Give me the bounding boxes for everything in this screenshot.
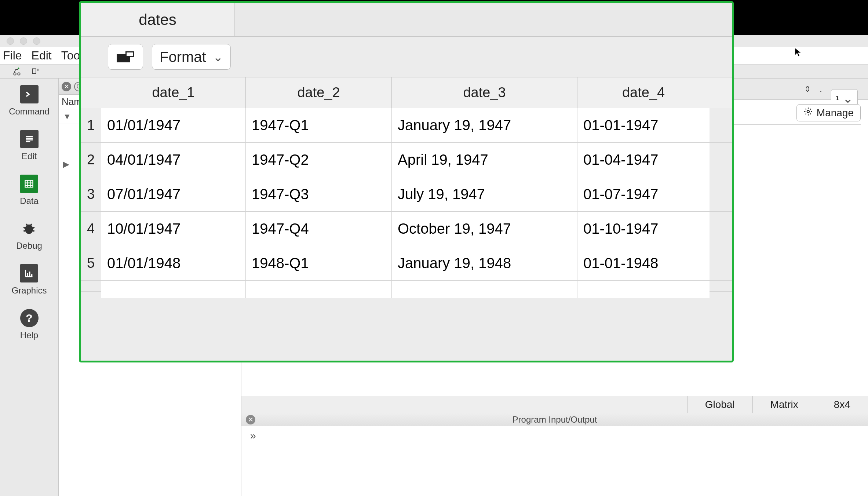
grid-body: 1 01/01/1947 1947-Q1 January 19, 1947 01… [81,108,732,292]
terminal-icon [20,85,39,103]
format-label: Format [160,49,206,65]
nav-graphics-label: Graphics [11,285,47,296]
cell[interactable]: 1947-Q2 [246,143,392,177]
cell[interactable] [577,281,710,298]
cell[interactable]: 1948-Q1 [246,246,392,280]
toolbar-icon-2[interactable] [31,66,41,77]
window-zoom-dot[interactable] [33,37,40,45]
cell[interactable]: 01-04-1947 [577,143,710,177]
cell[interactable]: 04/01/1947 [101,143,246,177]
toolbar-dot: . [820,83,822,95]
row-number: 2 [81,143,101,177]
col-header-3[interactable]: date_3 [392,77,577,108]
toolbar-icon-1[interactable] [12,66,22,77]
viewer-toolbar: Format ⌄ [81,37,732,77]
viewer-tabs: dates [81,3,732,37]
cell[interactable]: 01/01/1948 [101,246,246,280]
io-header: ✕ Program Input/Output [241,413,868,426]
help-icon: ? [20,309,39,327]
sort-stepper-icon[interactable]: ⇕ [804,84,811,94]
col-header-2[interactable]: date_2 [246,77,392,108]
table-row[interactable]: 2 04/01/1947 1947-Q2 April 19, 1947 01-0… [81,143,732,177]
nav-data[interactable]: Data [20,175,39,206]
io-title: Program Input/Output [513,415,597,425]
nav-debug[interactable]: Debug [16,219,42,251]
table-row[interactable] [81,281,732,292]
table-row[interactable]: 5 01/01/1948 1948-Q1 January 19, 1948 01… [81,246,732,281]
chevron-right-icon[interactable]: ▶ [63,160,69,169]
menu-file[interactable]: File [3,49,22,62]
window-close-dot[interactable] [7,37,14,45]
svg-point-0 [14,73,16,75]
mouse-cursor-icon [794,47,803,61]
manage-button[interactable]: Manage [796,104,861,121]
nav-command-label: Command [9,106,50,117]
chevron-down-icon: ⌄ [213,50,223,64]
table-row[interactable]: 1 01/01/1947 1947-Q1 January 19, 1947 01… [81,108,732,143]
cell[interactable]: 1947-Q1 [246,108,392,142]
cell[interactable]: April 19, 1947 [392,143,577,177]
left-nav: Command Edit Data Debug [0,79,59,496]
svg-rect-4 [27,273,29,277]
nav-edit[interactable]: Edit [20,130,39,161]
close-icon[interactable]: ✕ [246,415,255,424]
window-minimize-dot[interactable] [20,37,27,45]
cell[interactable]: 01/01/1947 [101,108,246,142]
nav-command[interactable]: Command [9,85,50,117]
cell[interactable]: 01-01-1947 [577,108,710,142]
cell[interactable]: 01-01-1948 [577,246,710,280]
grid-header: date_1 date_2 date_3 date_4 [81,77,732,108]
layout-icon [117,51,134,62]
row-number: 3 [81,177,101,211]
io-panel: ✕ Program Input/Output » [241,413,868,496]
data-icon [20,175,38,193]
nav-help[interactable]: ? Help [20,309,39,340]
io-body[interactable]: » [241,426,868,496]
edit-icon [20,130,39,148]
cell[interactable]: 1947-Q4 [246,212,392,246]
cell[interactable]: 01-10-1947 [577,212,710,246]
nav-graphics[interactable]: Graphics [11,264,47,296]
chart-icon [20,264,38,282]
cell[interactable] [246,281,392,298]
cell[interactable]: October 19, 1947 [392,212,577,246]
io-prompt: » [250,430,256,441]
rownum-header [81,77,101,108]
cell[interactable] [101,281,246,298]
table-row[interactable]: 3 07/01/1947 1947-Q3 July 19, 1947 01-07… [81,177,732,212]
nav-data-label: Data [20,196,39,206]
cell[interactable]: 07/01/1947 [101,177,246,211]
viewer-tab-label: dates [139,11,176,29]
status-dims: 8x4 [816,396,868,413]
viewer-layout-button[interactable] [108,44,143,70]
status-type: Matrix [752,396,816,413]
bug-icon [20,219,38,238]
row-number: 5 [81,246,101,280]
cell[interactable]: July 19, 1947 [392,177,577,211]
cell[interactable] [392,281,577,298]
svg-point-7 [807,110,810,113]
cell[interactable]: 01-07-1947 [577,177,710,211]
status-bar: Global Matrix 8x4 [241,396,868,413]
chevron-down-icon: ▼ [63,112,71,121]
col-header-1[interactable]: date_1 [101,77,246,108]
nav-help-label: Help [20,330,38,340]
table-row[interactable]: 4 10/01/1947 1947-Q4 October 19, 1947 01… [81,212,732,246]
svg-rect-2 [32,69,36,73]
viewer-tab-dates[interactable]: dates [81,3,235,36]
cell[interactable]: January 19, 1948 [392,246,577,280]
data-viewer: dates Format ⌄ date_1 date_2 date_3 date… [79,1,734,362]
svg-rect-6 [31,274,33,277]
data-grid: date_1 date_2 date_3 date_4 1 01/01/1947… [81,77,732,361]
cell[interactable]: 10/01/1947 [101,212,246,246]
row-number: 1 [81,108,101,142]
menu-edit[interactable]: Edit [32,49,52,62]
close-icon[interactable]: ✕ [62,82,71,91]
format-dropdown[interactable]: Format ⌄ [152,44,231,70]
col-header-4[interactable]: date_4 [577,77,710,108]
row-number: 4 [81,212,101,246]
cell[interactable]: 1947-Q3 [246,177,392,211]
manage-label: Manage [817,107,854,119]
cell[interactable]: January 19, 1947 [392,108,577,142]
status-scope: Global [687,396,752,413]
